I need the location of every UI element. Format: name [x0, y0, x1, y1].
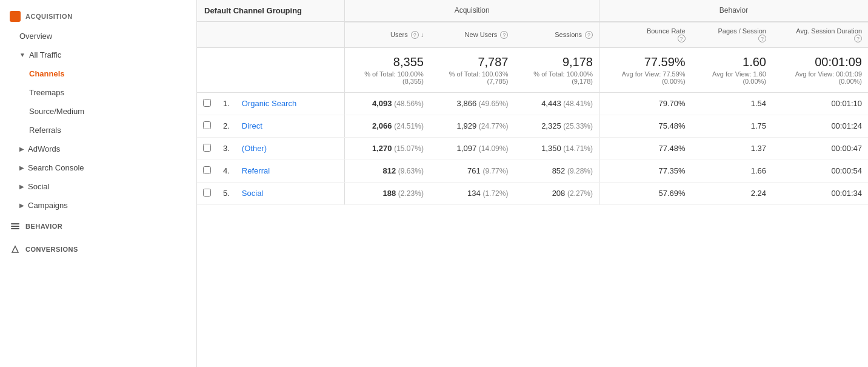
channel-link[interactable]: (Other)	[242, 144, 267, 153]
row-sessions: 1,350 (14.71%)	[514, 137, 599, 160]
table-row: 1. Organic Search 4,093 (48.56%) 3,866 (…	[197, 92, 868, 115]
table-row: 2. Direct 2,066 (24.51%) 1,929 (24.77%) …	[197, 115, 868, 137]
channel-link[interactable]: Direct	[242, 121, 262, 130]
channel-col-header	[236, 22, 345, 48]
row-users: 188 (2.23%)	[345, 182, 430, 204]
sidebar-item-treemaps[interactable]: Treemaps	[0, 83, 196, 102]
social-label: Social	[28, 182, 49, 191]
sidebar-conversions-section[interactable]: CONVERSIONS	[0, 238, 196, 261]
row-checkbox-input[interactable]	[203, 189, 211, 197]
totals-sessions: 9,178 % of Total: 100.00% (9,178)	[514, 47, 599, 92]
expand-arrow: ▼	[19, 52, 25, 58]
channel-group-header: Default Channel Grouping	[197, 0, 345, 22]
sidebar-item-campaigns[interactable]: ▶ Campaigns	[0, 196, 196, 215]
row-bounce-rate: 57.69%	[599, 182, 691, 204]
acquisition-section-header: ACQUISITION	[0, 6, 196, 27]
row-rank: 2.	[217, 115, 236, 137]
row-sessions: 2,325 (25.33%)	[514, 115, 599, 137]
sidebar-item-all-traffic[interactable]: ▼ All Traffic	[0, 45, 196, 64]
row-pages-session: 2.24	[692, 182, 772, 204]
sidebar-behavior-section[interactable]: BEHAVIOR	[0, 215, 196, 238]
pages-session-col-header[interactable]: Pages / Session ?	[692, 22, 772, 48]
totals-checkbox	[197, 47, 217, 92]
row-new-users: 1,097 (14.09%)	[430, 137, 515, 160]
svg-rect-0	[11, 223, 19, 224]
table-row: 4. Referral 812 (9.63%) 761 (9.77%) 852 …	[197, 160, 868, 182]
conversions-icon	[10, 244, 21, 255]
referrals-label: Referrals	[29, 126, 61, 135]
all-traffic-label: All Traffic	[29, 50, 61, 59]
row-pages-session: 1.66	[692, 160, 772, 182]
svg-rect-2	[11, 228, 19, 229]
sidebar-item-search-console[interactable]: ▶ Search Console	[0, 158, 196, 177]
users-help-icon[interactable]: ?	[411, 31, 419, 39]
new-users-col-header[interactable]: New Users ?	[430, 22, 515, 48]
pages-session-help-icon[interactable]: ?	[758, 35, 766, 42]
row-checkbox-input[interactable]	[203, 166, 211, 174]
acquisition-label: ACQUISITION	[25, 13, 73, 20]
row-checkbox-input[interactable]	[203, 121, 211, 129]
row-sessions: 852 (9.28%)	[514, 160, 599, 182]
row-checkbox-input[interactable]	[203, 144, 211, 152]
svg-marker-3	[12, 246, 18, 252]
users-col-header[interactable]: Users ? ↓	[345, 22, 430, 48]
sessions-help-icon[interactable]: ?	[585, 31, 593, 39]
channel-link[interactable]: Social	[242, 189, 263, 198]
row-new-users: 3,866 (49.65%)	[430, 92, 515, 115]
sidebar-item-overview[interactable]: Overview	[0, 27, 196, 45]
row-checkbox[interactable]	[197, 137, 217, 160]
totals-bounce-rate: 77.59% Avg for View: 77.59% (0.00%)	[599, 47, 691, 92]
overview-label: Overview	[19, 32, 52, 41]
behavior-icon	[10, 221, 21, 232]
sidebar-item-channels[interactable]: Channels	[0, 64, 196, 83]
row-rank: 1.	[217, 92, 236, 115]
row-channel[interactable]: (Other)	[236, 137, 345, 160]
row-pages-session: 1.75	[692, 115, 772, 137]
row-channel[interactable]: Direct	[236, 115, 345, 137]
search-console-label: Search Console	[28, 163, 84, 172]
row-checkbox[interactable]	[197, 115, 217, 137]
row-checkbox-input[interactable]	[203, 99, 211, 107]
row-checkbox[interactable]	[197, 160, 217, 182]
channel-link[interactable]: Referral	[242, 166, 270, 175]
avg-session-help-icon[interactable]: ?	[854, 35, 862, 42]
row-channel[interactable]: Referral	[236, 160, 345, 182]
row-channel[interactable]: Social	[236, 182, 345, 204]
row-checkbox[interactable]	[197, 92, 217, 115]
sidebar: ACQUISITION Overview ▼ All Traffic Chann…	[0, 0, 197, 367]
users-sort-icon[interactable]: ↓	[421, 32, 424, 38]
grouping-label: Default Channel Grouping	[204, 6, 302, 15]
row-users: 2,066 (24.51%)	[345, 115, 430, 137]
totals-pages-session: 1.60 Avg for View: 1.60 (0.00%)	[692, 47, 772, 92]
sidebar-item-referrals[interactable]: Referrals	[0, 121, 196, 140]
row-channel[interactable]: Organic Search	[236, 92, 345, 115]
row-bounce-rate: 77.48%	[599, 137, 691, 160]
sidebar-item-source-medium[interactable]: Source/Medium	[0, 102, 196, 121]
row-new-users: 1,929 (24.77%)	[430, 115, 515, 137]
new-users-help-icon[interactable]: ?	[500, 31, 508, 39]
avg-session-col-header[interactable]: Avg. Session Duration ?	[772, 22, 868, 48]
row-rank: 4.	[217, 160, 236, 182]
campaigns-label: Campaigns	[28, 201, 68, 210]
row-checkbox[interactable]	[197, 182, 217, 204]
row-bounce-rate: 75.48%	[599, 115, 691, 137]
totals-users: 8,355 % of Total: 100.00% (8,355)	[345, 47, 430, 92]
bounce-rate-col-header[interactable]: Bounce Rate ?	[599, 22, 691, 48]
conversions-label: CONVERSIONS	[25, 246, 78, 253]
treemaps-label: Treemaps	[29, 88, 64, 97]
row-rank: 3.	[217, 137, 236, 160]
sidebar-item-social[interactable]: ▶ Social	[0, 177, 196, 196]
bounce-rate-help-icon[interactable]: ?	[678, 35, 686, 42]
totals-row: 8,355 % of Total: 100.00% (8,355) 7,787 …	[197, 47, 868, 92]
channel-link[interactable]: Organic Search	[242, 99, 296, 108]
social-arrow: ▶	[19, 183, 24, 190]
row-sessions: 4,443 (48.41%)	[514, 92, 599, 115]
sidebar-item-adwords[interactable]: ▶ AdWords	[0, 140, 196, 158]
row-bounce-rate: 77.35%	[599, 160, 691, 182]
sessions-col-header[interactable]: Sessions ?	[514, 22, 599, 48]
row-users: 4,093 (48.56%)	[345, 92, 430, 115]
row-bounce-rate: 79.70%	[599, 92, 691, 115]
behavior-label: BEHAVIOR	[25, 223, 62, 230]
row-avg-session: 00:00:47	[772, 137, 868, 160]
checkbox-col-header	[197, 22, 217, 48]
